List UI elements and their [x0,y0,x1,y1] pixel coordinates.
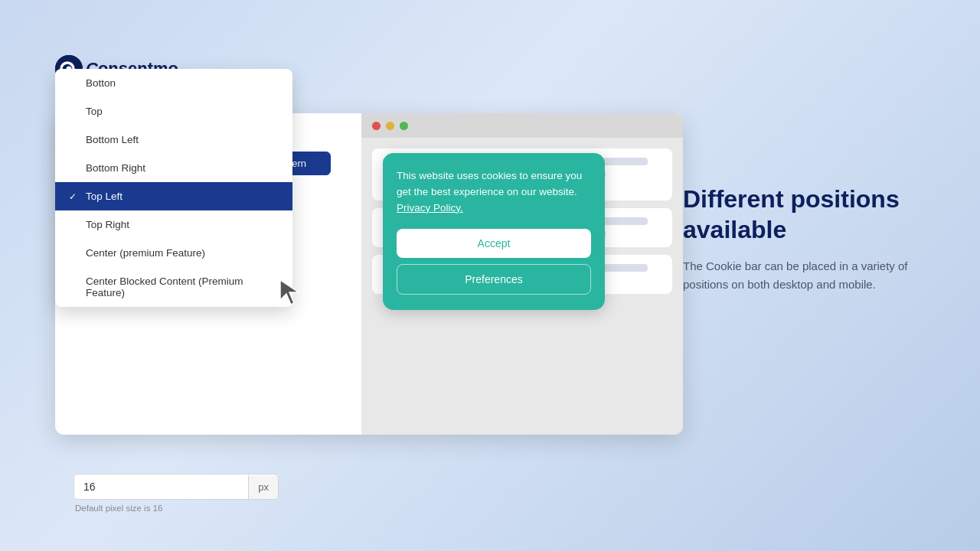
checkmark-center-premium [69,248,80,259]
dropdown-item-top-left[interactable]: ✓ Top Left [55,182,292,210]
browser-dot-yellow [386,122,394,130]
right-description: The Cookie bar can be placed in a variet… [683,257,928,294]
pixel-hint-text: Default pixel size is 16 [74,504,279,513]
browser-mockup: This website uses cookies to ensure you … [361,113,683,435]
right-content: Different positions available The Cookie… [683,184,928,294]
preferences-button[interactable]: Preferences [397,264,591,295]
cookie-banner: This website uses cookies to ensure you … [383,153,605,310]
privacy-policy-link[interactable]: Privacy Policy. [397,202,463,214]
dropdown-item-bottom-left[interactable]: Bottom Left [55,126,292,154]
browser-content: This website uses cookies to ensure you … [361,138,683,305]
cursor-pointer [277,277,308,311]
position-dropdown[interactable]: Botton Top Bottom Left Bottom Right ✓ To… [55,69,292,307]
checkmark-bottom-left [69,135,80,145]
pixel-input-wrapper: px [74,474,279,500]
right-heading: Different positions available [683,184,928,245]
dropdown-item-botton[interactable]: Botton [55,69,292,97]
accept-button[interactable]: Accept [397,229,591,258]
checkmark-top [69,106,80,117]
dropdown-item-center-blocked[interactable]: Center Blocked Content (Premium Feature) [55,267,292,307]
checkmark-botton [69,78,80,89]
browser-dot-green [400,122,408,130]
browser-toolbar [361,113,683,138]
dropdown-item-center-premium[interactable]: Center (premium Feature) [55,239,292,267]
browser-dot-red [372,122,381,130]
dropdown-item-bottom-right[interactable]: Bottom Right [55,154,292,182]
cookie-message: This website uses cookies to ensure you … [397,168,591,217]
pixel-input-area: px Default pixel size is 16 [74,474,279,513]
dropdown-item-top-right[interactable]: Top Right [55,210,292,239]
dropdown-item-top[interactable]: Top [55,97,292,126]
checkmark-top-right [69,220,80,230]
checkmark-center-blocked [69,282,80,292]
pixel-unit-label: px [248,475,278,499]
checkmark-bottom-right [69,163,80,174]
checkmark-top-left: ✓ [69,191,80,202]
svg-marker-3 [280,280,299,305]
pixel-size-input[interactable] [74,474,248,499]
